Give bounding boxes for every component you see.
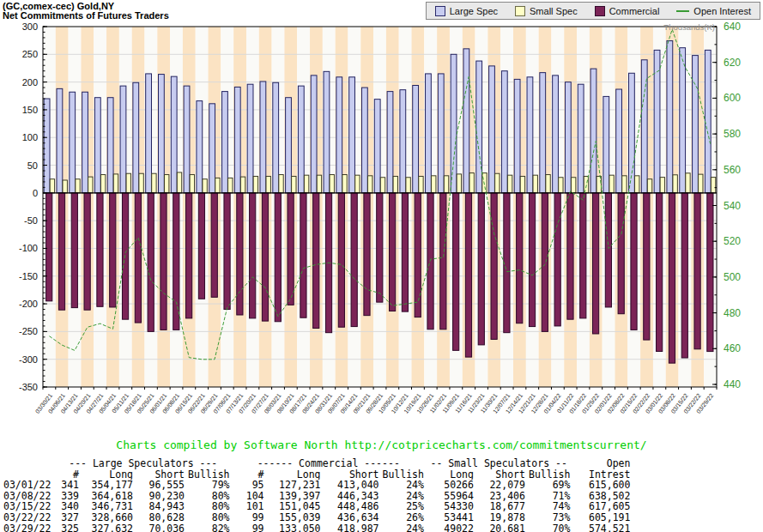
- bar-commercial: [465, 193, 471, 357]
- bar-commercial: [198, 193, 204, 299]
- left-axis-label: 50: [27, 160, 38, 171]
- bar-small-spec: [647, 179, 651, 193]
- right-axis-label: 440: [724, 378, 741, 390]
- bar-large-spec: [387, 92, 393, 193]
- bar-large-spec: [82, 92, 88, 193]
- bar-small-spec: [304, 175, 308, 193]
- table-row: 03/15/22340346,73184,94380%101151,045448…: [2, 501, 632, 512]
- right-axis-label: 560: [724, 164, 741, 176]
- table-group-header-small-speculators: -- Small Speculators --: [426, 458, 572, 469]
- table-column-header: Long: [426, 469, 475, 481]
- legend-box-swatch: [595, 6, 605, 16]
- table-column-header: Short: [135, 469, 186, 481]
- table-cell: 436,634: [323, 512, 381, 523]
- bar-commercial: [300, 193, 306, 317]
- cot-chart-page: (GC,comex-cec) Gold,NY Net Commitments o…: [0, 0, 763, 532]
- bar-commercial: [58, 193, 64, 310]
- table-column-header: Long: [266, 469, 323, 481]
- bar-small-spec: [367, 176, 372, 193]
- bar-small-spec: [622, 176, 627, 193]
- legend-item-commercial: Commercial: [595, 6, 660, 16]
- bar-small-spec: [711, 178, 715, 193]
- bar-large-spec: [705, 50, 711, 192]
- table-cell: 22,079: [475, 480, 527, 491]
- bar-commercial: [224, 193, 230, 310]
- bar-small-spec: [419, 176, 423, 192]
- table-cell: 24%: [381, 523, 426, 532]
- bar-commercial: [592, 193, 598, 334]
- bar-small-spec: [177, 172, 181, 193]
- table-cell: 354,177: [81, 480, 135, 491]
- table-cell: 605,191: [572, 512, 632, 523]
- bar-commercial: [478, 193, 484, 345]
- table-cell: 155,039: [266, 512, 323, 523]
- bar-large-spec: [603, 96, 609, 192]
- bar-commercial: [250, 193, 256, 318]
- bar-commercial: [554, 193, 560, 326]
- right-axis-label: 500: [724, 271, 741, 283]
- bar-large-spec: [57, 88, 63, 192]
- table-cell: 99: [232, 512, 266, 523]
- cot-data-table: --- Large Speculators --------- Commerci…: [2, 458, 632, 532]
- bar-small-spec: [100, 175, 105, 193]
- bar-commercial: [631, 193, 637, 330]
- left-axis-label: 150: [22, 105, 38, 115]
- bar-commercial: [618, 193, 624, 314]
- table-cell: 80%: [186, 512, 232, 523]
- bar-commercial: [275, 193, 281, 322]
- bar-small-spec: [113, 174, 118, 193]
- bar-large-spec: [667, 41, 673, 193]
- right-axis-label: 520: [724, 235, 741, 247]
- bar-large-spec: [273, 82, 279, 193]
- table-cell: 84,943: [135, 501, 186, 512]
- bar-large-spec: [349, 77, 355, 193]
- bar-commercial: [122, 193, 128, 319]
- left-axis-label: 0: [33, 188, 38, 198]
- bar-large-spec: [426, 74, 432, 193]
- table-cell: 54330: [426, 501, 475, 512]
- bar-commercial: [491, 193, 497, 340]
- bar-small-spec: [559, 178, 563, 193]
- bar-commercial: [644, 193, 650, 340]
- table-row: 03/01/22341354,17796,55579%95127,231413,…: [2, 480, 632, 491]
- bar-commercial: [694, 193, 700, 349]
- bar-commercial: [262, 193, 268, 321]
- table-cell: 71%: [527, 491, 572, 502]
- bar-small-spec: [406, 178, 410, 193]
- left-axis-label: 100: [22, 132, 38, 142]
- table-cell: 327: [55, 512, 81, 523]
- bar-commercial: [707, 193, 713, 352]
- bar-small-spec: [330, 175, 334, 193]
- table-group-header-large-speculators: --- Large Speculators ---: [55, 458, 232, 469]
- bar-large-spec: [540, 73, 546, 193]
- table-cell: 20,681: [475, 523, 527, 532]
- bar-large-spec: [260, 82, 266, 193]
- bar-small-spec: [469, 173, 474, 193]
- bar-small-spec: [152, 173, 156, 193]
- left-axis-label: -150: [19, 271, 38, 281]
- table-cell: 127,231: [266, 480, 323, 491]
- table-cell: [2, 469, 55, 481]
- table-cell: 19,878: [475, 512, 527, 523]
- left-axis-label: -50: [24, 215, 38, 226]
- bar-small-spec: [317, 175, 321, 193]
- bar-commercial: [453, 193, 459, 351]
- table-cell: 104: [232, 491, 266, 502]
- bar-large-spec: [94, 98, 100, 193]
- legend-label: Open Interest: [693, 6, 751, 16]
- bar-small-spec: [292, 176, 296, 192]
- bar-large-spec: [133, 82, 139, 193]
- left-axis-label: 250: [22, 49, 38, 59]
- bar-large-spec: [209, 104, 215, 193]
- bar-large-spec: [336, 77, 342, 193]
- table-row: 03/29/22325327,63270,03682%99133,050418,…: [2, 523, 632, 532]
- table-row-date: 03/15/22: [2, 501, 55, 512]
- legend-item-open-interest: Open Interest: [676, 6, 751, 16]
- left-axis-label: 300: [22, 22, 38, 32]
- table-cell: 346,731: [81, 501, 135, 512]
- bar-large-spec: [361, 88, 367, 193]
- table-column-header: Intrest: [572, 469, 632, 481]
- bar-large-spec: [527, 77, 533, 193]
- legend-line-swatch: [676, 10, 689, 12]
- bar-large-spec: [146, 74, 152, 193]
